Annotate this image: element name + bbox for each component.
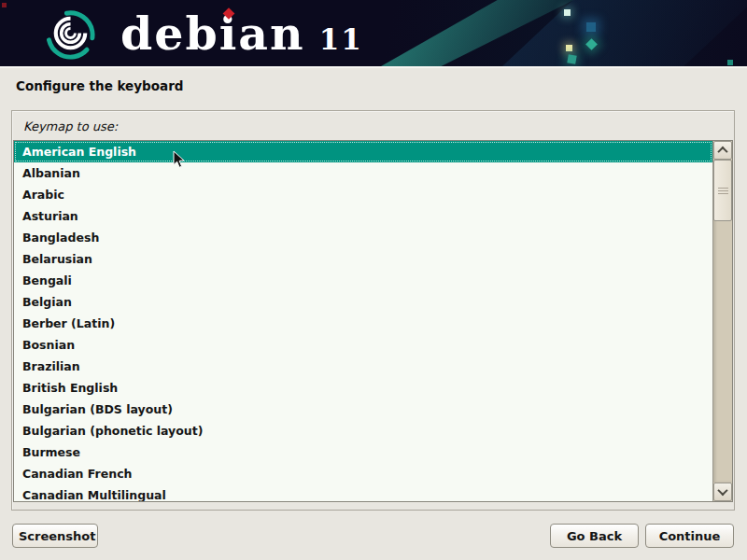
scroll-up-button[interactable] (713, 141, 732, 160)
debian-swirl-logo-icon (41, 4, 100, 63)
brand-text: an (238, 7, 304, 61)
go-back-button[interactable]: Go Back (550, 524, 639, 548)
keymap-option[interactable]: American English (14, 141, 712, 162)
banner: debian11 (0, 0, 747, 68)
keymap-option[interactable]: Canadian French (14, 463, 712, 484)
decor-square (727, 60, 733, 65)
keymap-option[interactable]: Bengali (14, 270, 712, 291)
decor-square (566, 45, 572, 51)
keymap-option[interactable]: Bulgarian (BDS layout) (14, 399, 712, 420)
chevron-down-icon (717, 485, 727, 496)
keymap-option[interactable]: Belgian (14, 291, 712, 313)
keymap-option[interactable]: Asturian (14, 205, 712, 227)
decor-square (586, 22, 596, 32)
debian-installer-window: debian11 Configure the keyboard Keymap t… (0, 0, 747, 560)
keymap-option[interactable]: Burmese (14, 441, 712, 463)
continue-button[interactable]: Continue (645, 524, 734, 548)
keymap-panel: Keymap to use: American EnglishAlbanianA… (11, 110, 735, 511)
keymap-option[interactable]: Albanian (14, 162, 712, 184)
keymap-listbox: American EnglishAlbanianArabicAsturianBa… (13, 140, 733, 502)
page-title: Configure the keyboard (16, 78, 183, 93)
decor-square (567, 54, 576, 63)
keymap-list: American EnglishAlbanianArabicAsturianBa… (14, 141, 712, 501)
brand-text: deb (120, 7, 219, 61)
brand-wordmark: debian11 (120, 4, 363, 63)
version-number: 11 (319, 22, 363, 56)
decor-square-red (2, 3, 7, 7)
chevron-up-icon (717, 147, 727, 157)
scrollbar (712, 141, 732, 501)
keymap-option[interactable]: Canadian Multilingual (14, 484, 712, 501)
scrollbar-track[interactable] (713, 160, 732, 483)
keymap-option[interactable]: Arabic (14, 184, 712, 205)
scroll-down-button[interactable] (713, 483, 732, 501)
keymap-option[interactable]: British English (14, 377, 712, 399)
scrollbar-thumb[interactable] (713, 160, 732, 221)
keymap-option[interactable]: Bulgarian (phonetic layout) (14, 420, 712, 441)
thumb-grip-icon (718, 188, 728, 194)
keymap-label: Keymap to use: (23, 119, 118, 133)
keymap-option[interactable]: Belarusian (14, 248, 712, 270)
keymap-option[interactable]: Bosnian (14, 334, 712, 356)
keymap-option[interactable]: Brazilian (14, 356, 712, 377)
decor-square (564, 9, 571, 16)
screenshot-button[interactable]: Screenshot (12, 524, 98, 548)
keymap-option[interactable]: Berber (Latin) (14, 313, 712, 334)
keymap-option[interactable]: Bangladesh (14, 227, 712, 248)
